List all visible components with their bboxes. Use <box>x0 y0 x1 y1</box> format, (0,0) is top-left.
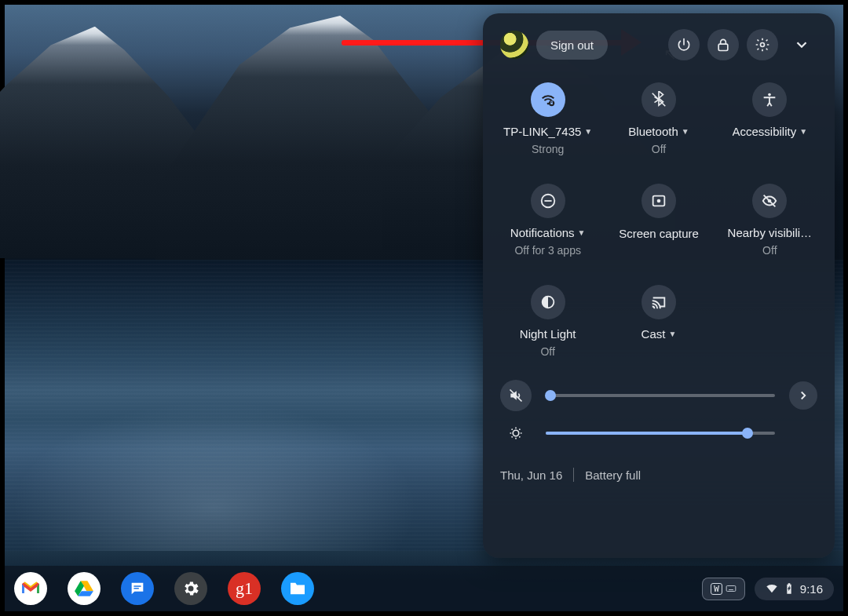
accessibility-icon <box>761 91 778 108</box>
sign-out-button[interactable]: Sign out <box>536 31 608 60</box>
footer-divider <box>573 468 574 482</box>
tile-night-light-sub: Off <box>540 345 554 358</box>
tile-accessibility-label[interactable]: Accessibility▼ <box>733 125 808 138</box>
volume-mute-icon <box>508 388 524 403</box>
app-settings[interactable] <box>174 572 207 605</box>
gear-icon <box>181 579 200 598</box>
folder-icon <box>289 581 306 596</box>
brightness-row <box>500 414 817 452</box>
volume-slider[interactable] <box>546 394 775 397</box>
do-not-disturb-icon <box>539 192 557 210</box>
caret-down-icon: ▼ <box>578 228 586 237</box>
tile-night-light-label: Night Light <box>520 327 576 341</box>
app-gmail[interactable] <box>14 572 47 605</box>
g1-glyph: g1 <box>236 578 253 599</box>
svg-rect-3 <box>550 103 553 104</box>
svg-rect-16 <box>133 588 138 589</box>
screen-capture-button[interactable] <box>641 184 676 218</box>
ime-mode-label: W <box>711 583 722 595</box>
tile-screen-capture: Screen capture <box>603 179 714 261</box>
svg-point-14 <box>513 430 519 436</box>
shelf: g1 W 9:16 <box>5 566 843 611</box>
svg-point-1 <box>761 43 765 47</box>
tile-notifications-label[interactable]: Notifications▼ <box>510 226 586 239</box>
svg-rect-18 <box>729 589 733 590</box>
tile-notifications: Notifications▼ Off for 3 apps <box>492 179 603 261</box>
screen-capture-icon <box>650 192 667 210</box>
power-button[interactable] <box>668 29 700 60</box>
caret-down-icon: ▼ <box>584 127 592 136</box>
chevron-right-icon <box>796 388 810 403</box>
bluetooth-off-icon <box>650 91 667 108</box>
wifi-status-icon <box>766 582 778 595</box>
quick-settings-panel: Sign out TP-LINK_7435▼ Strong <box>483 13 835 558</box>
collapse-button[interactable] <box>786 29 817 60</box>
cast-icon <box>650 293 667 311</box>
volume-row <box>500 377 817 414</box>
messages-icon <box>129 580 146 597</box>
brightness-icon-button[interactable] <box>500 417 532 449</box>
svg-point-5 <box>768 93 771 97</box>
svg-rect-0 <box>718 44 728 50</box>
wifi-icon <box>539 91 557 108</box>
caret-down-icon: ▼ <box>668 330 676 338</box>
caret-down-icon: ▼ <box>799 127 807 136</box>
lock-icon <box>715 37 731 53</box>
night-light-icon <box>539 293 557 311</box>
visibility-off-icon <box>761 192 778 210</box>
tile-nearby-sub: Off <box>762 244 777 257</box>
sliders-section <box>483 363 835 457</box>
brightness-icon <box>508 425 524 441</box>
svg-point-9 <box>657 199 661 203</box>
quick-settings-grid: TP-LINK_7435▼ Strong Bluetooth▼ Off Acce… <box>483 70 835 363</box>
tile-wifi-label[interactable]: TP-LINK_7435▼ <box>503 125 592 138</box>
tile-cast: Cast▼ <box>603 280 714 363</box>
power-icon <box>676 37 692 53</box>
accessibility-toggle[interactable] <box>752 82 787 117</box>
tile-wifi-sub: Strong <box>532 143 564 155</box>
notifications-toggle[interactable] <box>531 184 565 218</box>
nearby-visibility-toggle[interactable] <box>752 184 787 218</box>
lock-button[interactable] <box>707 29 739 60</box>
user-avatar[interactable] <box>500 31 528 59</box>
volume-mute-button[interactable] <box>500 380 532 411</box>
app-g1[interactable]: g1 <box>228 572 261 605</box>
battery-status-icon <box>783 582 795 595</box>
panel-footer: Thu, Jun 16 Battery full <box>483 457 835 482</box>
brightness-slider[interactable] <box>546 432 775 435</box>
tile-nearby-label: Nearby visibili… <box>728 226 813 239</box>
tile-cast-label[interactable]: Cast▼ <box>641 327 677 341</box>
tile-bluetooth-sub: Off <box>652 143 666 155</box>
tile-wifi: TP-LINK_7435▼ Strong <box>492 78 603 160</box>
ime-indicator[interactable]: W <box>702 578 745 600</box>
screenshot-frame: ↖ Sign out TP- <box>0 0 848 616</box>
chevron-down-icon <box>793 36 810 53</box>
app-messages[interactable] <box>121 572 154 605</box>
keyboard-icon <box>726 583 737 594</box>
tile-screen-capture-label: Screen capture <box>619 226 699 242</box>
caret-down-icon: ▼ <box>682 127 689 136</box>
app-files[interactable] <box>281 572 314 605</box>
panel-header: Sign out <box>483 13 835 70</box>
bluetooth-toggle[interactable] <box>641 82 676 117</box>
wifi-toggle[interactable] <box>531 82 565 117</box>
app-drive[interactable] <box>68 572 101 605</box>
svg-rect-15 <box>133 585 141 586</box>
drive-icon <box>74 579 94 598</box>
tile-accessibility: Accessibility▼ <box>715 78 825 160</box>
footer-date: Thu, Jun 16 <box>500 468 562 482</box>
tile-nearby-visibility: Nearby visibili… Off <box>715 179 825 261</box>
cast-button[interactable] <box>641 285 676 319</box>
night-light-toggle[interactable] <box>531 285 565 319</box>
tile-notifications-sub: Off for 3 apps <box>514 244 581 257</box>
tile-night-light: Night Light Off <box>492 280 603 363</box>
tile-bluetooth-label[interactable]: Bluetooth▼ <box>628 125 689 138</box>
gmail-icon <box>20 581 41 596</box>
audio-settings-button[interactable] <box>789 381 817 410</box>
footer-battery: Battery full <box>585 468 641 482</box>
tile-bluetooth: Bluetooth▼ Off <box>603 78 714 160</box>
status-area[interactable]: 9:16 <box>755 578 834 600</box>
clock: 9:16 <box>800 582 823 596</box>
settings-button[interactable] <box>747 29 778 60</box>
svg-rect-17 <box>726 586 736 592</box>
